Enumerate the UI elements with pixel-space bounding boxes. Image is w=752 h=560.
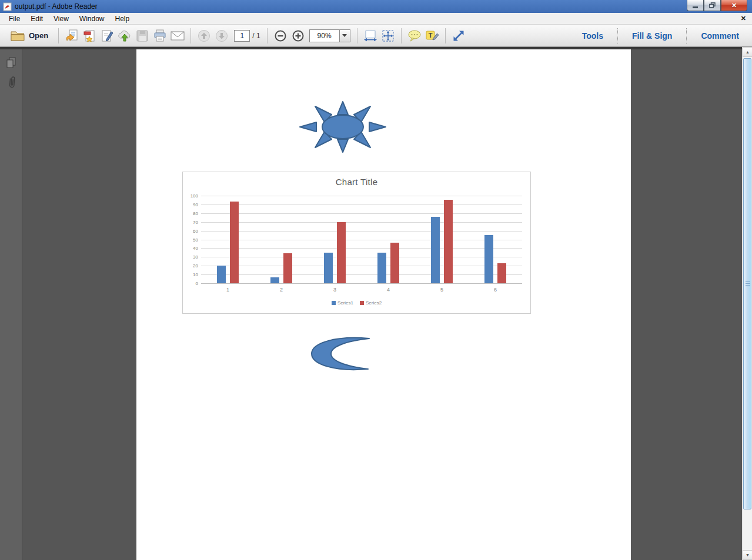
highlight-text-button[interactable]: T (423, 27, 441, 45)
previous-page-button[interactable] (195, 27, 213, 45)
window-title: output.pdf - Adobe Reader (15, 2, 98, 11)
title-bar: output.pdf - Adobe Reader ✕ (0, 0, 752, 13)
x-axis-tick-label: 5 (415, 287, 469, 293)
menu-view[interactable]: View (48, 14, 74, 24)
fit-page-button[interactable] (379, 27, 397, 45)
menu-window[interactable]: Window (74, 14, 110, 24)
bar-series2-cat1 (230, 202, 239, 283)
fill-sign-panel-button[interactable]: Fill & Sign (624, 29, 680, 43)
next-page-button[interactable] (213, 27, 230, 45)
bar-series1-cat1 (217, 266, 226, 283)
scroll-up-icon: ▲ (746, 50, 750, 54)
fullscreen-button[interactable] (450, 27, 467, 45)
bar-chart: Chart Title Series1Series2 0102030405060… (182, 172, 531, 314)
sun-shape (298, 100, 387, 154)
minimize-button[interactable] (687, 0, 704, 11)
scrollbar-thumb[interactable] (743, 58, 751, 509)
scroll-down-icon: ▼ (746, 553, 750, 557)
close-button[interactable]: ✕ (721, 0, 747, 11)
y-axis-tick-label: 80 (183, 211, 198, 216)
print-button[interactable] (151, 27, 169, 45)
toolbar-separator (445, 28, 446, 43)
x-axis-tick-label: 4 (362, 287, 415, 293)
scroll-up-button[interactable]: ▲ (743, 47, 752, 57)
comment-panel-button[interactable]: Comment (693, 29, 747, 43)
save-button[interactable] (133, 27, 151, 45)
gridline (201, 257, 522, 257)
toolbar-dotted-separator (686, 28, 687, 43)
page-number-input[interactable] (234, 30, 250, 42)
create-pdf-button[interactable] (81, 27, 98, 45)
vertical-scrollbar[interactable]: ▲ ▼ (742, 47, 752, 560)
open-button-label: Open (29, 31, 48, 40)
restore-button[interactable] (704, 0, 721, 11)
toolbar-separator (267, 28, 268, 43)
y-axis-tick-label: 90 (183, 202, 198, 207)
gridline (201, 213, 522, 214)
chevron-down-icon (342, 34, 347, 37)
fit-page-icon (382, 29, 395, 42)
legend-item: Series1 (332, 300, 353, 306)
bar-series2-cat4 (390, 243, 399, 283)
zoom-in-button[interactable] (289, 27, 307, 45)
convert-pdf-button[interactable] (63, 27, 81, 45)
bar-series2-cat2 (283, 253, 292, 283)
comment-balloon-icon (407, 29, 422, 42)
page-count-label: / 1 (252, 32, 260, 40)
zoom-dropdown-button[interactable] (340, 29, 350, 42)
print-icon (153, 29, 167, 43)
svg-text:T: T (428, 32, 432, 39)
zoom-out-button[interactable] (272, 27, 289, 45)
minimize-icon (693, 6, 698, 8)
chart-title: Chart Title (183, 177, 530, 187)
cloud-upload-icon (117, 29, 132, 43)
gridline (201, 204, 522, 205)
y-axis-tick-label: 100 (183, 193, 198, 199)
sign-document-button[interactable] (98, 27, 116, 45)
chart-legend: Series1Series2 (183, 300, 530, 306)
save-icon (135, 29, 149, 43)
send-file-button[interactable] (116, 27, 133, 45)
adobe-reader-window: output.pdf - Adobe Reader ✕ File Edit Vi… (0, 0, 752, 560)
y-axis-tick-label: 20 (183, 263, 198, 269)
toolbar-separator (357, 28, 357, 43)
email-button[interactable] (169, 27, 186, 45)
crescent-moon-shape (310, 336, 371, 371)
restore-icon (709, 2, 716, 8)
tools-panel-button[interactable]: Tools (574, 29, 611, 43)
comment-tool-button[interactable] (406, 27, 423, 45)
toolbar-separator (401, 28, 402, 43)
x-axis-tick-label: 6 (469, 287, 522, 293)
menu-file[interactable]: File (4, 14, 25, 24)
gridline (201, 283, 522, 284)
y-axis-tick-label: 0 (183, 281, 198, 286)
bar-series1-cat4 (377, 253, 386, 283)
page-down-icon (215, 29, 228, 42)
open-folder-icon (11, 31, 25, 41)
open-button[interactable]: Open (5, 31, 54, 41)
menu-help[interactable]: Help (110, 14, 135, 24)
legend-label: Series1 (337, 300, 353, 306)
page-thumbnails-button[interactable] (0, 53, 22, 73)
chart-plot (201, 196, 522, 283)
gridline (201, 196, 522, 196)
y-axis-tick-label: 70 (183, 220, 198, 225)
fit-width-button[interactable] (362, 27, 379, 45)
email-icon (170, 30, 185, 42)
zoom-level-value[interactable]: 90% (309, 29, 340, 42)
zoom-level-control: 90% (309, 29, 350, 42)
x-axis-tick-label: 1 (201, 287, 255, 293)
y-axis-tick-label: 50 (183, 237, 198, 243)
scrollbar-grip (746, 281, 750, 286)
document-area: Chart Title Series1Series2 0102030405060… (0, 47, 752, 560)
attachments-button[interactable] (0, 73, 22, 93)
pdf-page: Chart Title Series1Series2 0102030405060… (136, 49, 631, 560)
window-controls: ✕ (687, 0, 747, 11)
close-document-icon[interactable]: ✕ (741, 15, 746, 22)
fullscreen-arrows-icon (452, 29, 465, 42)
scroll-down-button[interactable]: ▼ (743, 550, 752, 560)
navigation-pane (0, 47, 22, 560)
menu-edit[interactable]: Edit (25, 14, 48, 24)
page-up-icon (198, 29, 210, 42)
zoom-in-icon (292, 29, 305, 42)
